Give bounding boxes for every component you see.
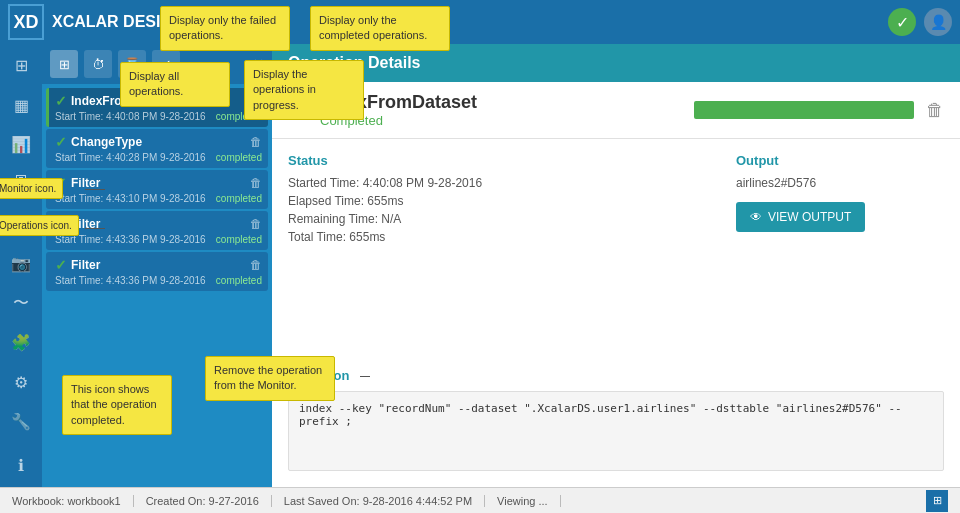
- main-content: ⊞ ▦ 📊 🗄 🖥 📷 〜 🧩 ⚙ 🔧 ℹ ⊞ ⏱ ⌛ ✓ ×: [0, 44, 960, 487]
- details-output-section: Output airlines2#D576 👁 VIEW OUTPUT: [720, 139, 960, 368]
- app-title: XCALAR DESIGN: [52, 13, 888, 31]
- sidebar-info-icon[interactable]: ℹ: [3, 447, 39, 483]
- details-operation-section: Operation index --key "recordNum" --data…: [272, 368, 960, 487]
- ops-item-filter3[interactable]: ✓ Filter 🗑 Start Time: 4:43:36 PM 9-28-2…: [46, 252, 268, 291]
- ops-item-name-text: Filter: [71, 258, 100, 272]
- ops-item-filter1[interactable]: ✓ Filter 🗑 Start Time: 4:43:10 PM 9-28-2…: [46, 170, 268, 209]
- ops-header: ⊞ ⏱ ⌛ ✓ ×: [42, 44, 272, 84]
- ops-item-delete-icon[interactable]: 🗑: [250, 258, 262, 272]
- app-container: XD XCALAR DESIGN ✓ 👤 ⊞ ▦ 📊 🗄 🖥 📷 〜 🧩 ⚙ 🔧…: [0, 0, 960, 513]
- view-output-label: VIEW OUTPUT: [768, 210, 851, 224]
- ops-item-meta: Start Time: 4:40:28 PM 9-28-2016 complet…: [55, 152, 262, 163]
- sidebar-monitor-icon[interactable]: 🖥: [3, 206, 39, 242]
- details-op-row: ✓ indexFromDataset Completed 🗑: [272, 82, 960, 139]
- status-bar-grid-icon[interactable]: ⊞: [926, 490, 948, 512]
- ops-item-status: completed: [216, 193, 262, 204]
- details-status-section: Status Started Time: 4:40:08 PM 9-28-201…: [272, 139, 720, 368]
- details-status-total: Total Time: 655ms: [288, 230, 704, 244]
- ops-item-name: ✓ Filter: [55, 257, 100, 273]
- user-icon[interactable]: 👤: [924, 8, 952, 36]
- ops-item-filter2[interactable]: ✓ Filter 🗑 Start Time: 4:43:36 PM 9-28-2…: [46, 211, 268, 250]
- view-output-button[interactable]: 👁 VIEW OUTPUT: [736, 202, 865, 232]
- details-status-title: Status: [288, 153, 704, 168]
- ops-item-header: ✓ IndexFromDataset 🗑: [55, 93, 262, 109]
- details-status-remaining: Remaining Time: N/A: [288, 212, 704, 226]
- details-operation-title: Operation: [288, 368, 944, 383]
- ops-item-name: ✓ ChangeType: [55, 134, 142, 150]
- ops-item-meta: Start Time: 4:43:36 PM 9-28-2016 complet…: [55, 275, 262, 286]
- ops-item-name: ✓ Filter: [55, 175, 100, 191]
- ops-item-time: Start Time: 4:40:08 PM 9-28-2016: [55, 111, 206, 122]
- ops-item-delete-icon[interactable]: 🗑: [250, 176, 262, 190]
- details-header-title: Operation Details: [288, 54, 944, 72]
- ops-item-time: Start Time: 4:40:28 PM 9-28-2016: [55, 152, 206, 163]
- details-op-status: Completed: [320, 113, 682, 128]
- ops-item-delete-icon[interactable]: 🗑: [250, 135, 262, 149]
- ops-item-status: completed: [216, 111, 262, 122]
- sidebar-chart-icon[interactable]: 📊: [3, 127, 39, 163]
- ops-item-status: completed: [216, 234, 262, 245]
- ops-item-meta: Start Time: 4:40:08 PM 9-28-2016 complet…: [55, 111, 262, 122]
- status-workbook: Workbook: workbook1: [12, 495, 134, 507]
- ops-item-time: Start Time: 4:43:36 PM 9-28-2016: [55, 275, 206, 286]
- ops-item-meta: Start Time: 4:43:10 PM 9-28-2016 complet…: [55, 193, 262, 204]
- completed-ops-filter-icon[interactable]: ✓: [152, 50, 180, 78]
- sidebar-settings-icon[interactable]: ⚙: [3, 364, 39, 400]
- sidebar-camera-icon[interactable]: 📷: [3, 246, 39, 282]
- top-bar: XD XCALAR DESIGN ✓ 👤: [0, 0, 960, 44]
- ops-item-delete-icon[interactable]: 🗑: [250, 94, 262, 108]
- ops-item-time: Start Time: 4:43:10 PM 9-28-2016: [55, 193, 206, 204]
- progress-ops-filter-icon[interactable]: ⏱: [84, 50, 112, 78]
- operations-panel: ⊞ ⏱ ⌛ ✓ × ✓ IndexFromDataset 🗑: [42, 44, 272, 487]
- failed-ops-filter-icon[interactable]: ⌛: [118, 50, 146, 78]
- sidebar-grid-icon[interactable]: ⊞: [3, 48, 39, 84]
- check-status-icon[interactable]: ✓: [888, 8, 916, 36]
- details-header: Operation Details: [272, 44, 960, 82]
- details-op-progress-bar: [694, 101, 914, 119]
- ops-item-name: ✓ IndexFromDataset: [55, 93, 176, 109]
- ops-item-status: completed: [216, 275, 262, 286]
- sidebar-table-icon[interactable]: ▦: [3, 88, 39, 124]
- details-op-name: indexFromDataset: [320, 92, 682, 113]
- ops-item-meta: Start Time: 4:43:36 PM 9-28-2016 complet…: [55, 234, 262, 245]
- details-body: Status Started Time: 4:40:08 PM 9-28-201…: [272, 139, 960, 368]
- sidebar-database-icon[interactable]: 🗄: [3, 167, 39, 203]
- ops-item-check-icon: ✓: [55, 93, 67, 109]
- ops-item-check-icon: ✓: [55, 257, 67, 273]
- status-created: Created On: 9-27-2016: [134, 495, 272, 507]
- ops-item-name-text: Filter: [71, 176, 100, 190]
- status-saved: Last Saved On: 9-28-2016 4:44:52 PM: [272, 495, 485, 507]
- eye-icon: 👁: [750, 210, 762, 224]
- ops-close-button[interactable]: ×: [253, 55, 264, 73]
- ops-item-check-icon: ✓: [55, 175, 67, 191]
- details-op-delete-icon[interactable]: 🗑: [926, 100, 944, 121]
- details-panel: Operation Details ✓ indexFromDataset Com…: [272, 44, 960, 487]
- all-ops-filter-icon[interactable]: ⊞: [50, 50, 78, 78]
- ops-item-name-text: Filter: [71, 217, 100, 231]
- top-bar-icons: ✓ 👤: [888, 8, 952, 36]
- ops-filter-icons: ⊞ ⏱ ⌛ ✓: [50, 50, 180, 78]
- ops-item-header: ✓ Filter 🗑: [55, 257, 262, 273]
- ops-item-status: completed: [216, 152, 262, 163]
- ops-item-name-text: IndexFromDataset: [71, 94, 176, 108]
- status-viewing: Viewing ...: [485, 495, 561, 507]
- sidebar-puzzle-icon[interactable]: 🧩: [3, 325, 39, 361]
- ops-item-delete-icon[interactable]: 🗑: [250, 217, 262, 231]
- details-status-started: Started Time: 4:40:08 PM 9-28-2016: [288, 176, 704, 190]
- ops-item-header: ✓ Filter 🗑: [55, 175, 262, 191]
- ops-item-name: ✓ Filter: [55, 216, 100, 232]
- details-operation-code: index --key "recordNum" --dataset ".Xcal…: [288, 391, 944, 471]
- sidebar: ⊞ ▦ 📊 🗄 🖥 📷 〜 🧩 ⚙ 🔧 ℹ: [0, 44, 42, 487]
- ops-item-check-icon: ✓: [55, 216, 67, 232]
- ops-item-indexfromdataset[interactable]: ✓ IndexFromDataset 🗑 Start Time: 4:40:08…: [46, 88, 268, 127]
- status-bar: Workbook: workbook1 Created On: 9-27-201…: [0, 487, 960, 513]
- ops-item-time: Start Time: 4:43:36 PM 9-28-2016: [55, 234, 206, 245]
- sidebar-activity-icon[interactable]: 〜: [3, 285, 39, 321]
- details-op-info: indexFromDataset Completed: [320, 92, 682, 128]
- ops-list: ✓ IndexFromDataset 🗑 Start Time: 4:40:08…: [42, 84, 272, 487]
- ops-item-header: ✓ Filter 🗑: [55, 216, 262, 232]
- ops-item-changetype[interactable]: ✓ ChangeType 🗑 Start Time: 4:40:28 PM 9-…: [46, 129, 268, 168]
- details-output-value: airlines2#D576: [736, 176, 944, 190]
- sidebar-tools-icon[interactable]: 🔧: [3, 404, 39, 440]
- ops-item-name-text: ChangeType: [71, 135, 142, 149]
